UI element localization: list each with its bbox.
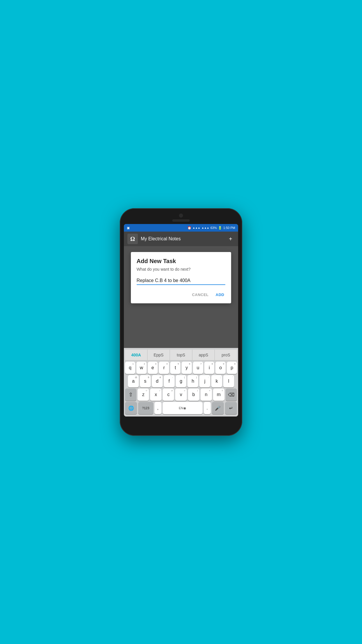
time-display: 1:50 PM [223,226,235,230]
keyboard-row-2: @a $s &d -f (g )h :j ;k 'l [125,375,237,387]
app-bar: Ω My Electrical Notes + [124,232,238,246]
key-t[interactable]: 5t [170,362,180,374]
phone-device: ▣ ⏰ ▲▲▲ ▲▲▲ 63% 🔋 1:50 PM Ω My Electrica… [120,208,242,436]
shift-key[interactable]: ⇧ [125,388,136,401]
autocomplete-item-2[interactable]: topS [170,350,192,360]
keyboard-row-4: 🌐 ?123 , EN◉ . 🎤 ↵ [125,402,237,414]
key-v[interactable]: =v [175,388,187,401]
alarm-icon: ⏰ [187,226,191,230]
key-g[interactable]: (g [176,375,187,387]
key-c[interactable]: #c [163,388,174,401]
keyboard: 400A EppS topS appS proS 1q 2w 3e 4r 5t … [124,348,238,416]
key-i[interactable]: 8i [204,362,215,374]
key-d[interactable]: &d [152,375,163,387]
status-left-icons: ▣ [127,226,130,230]
enter-key[interactable]: ↵ [225,402,237,414]
key-q[interactable]: 1q [125,362,135,374]
add-note-button[interactable]: + [226,235,235,243]
status-right-icons: ⏰ ▲▲▲ ▲▲▲ 63% 🔋 1:50 PM [187,226,235,230]
key-y[interactable]: 6y [182,362,192,374]
signal2-icon: ▲▲▲ [201,226,209,229]
key-h[interactable]: )h [187,375,198,387]
comma-key[interactable]: , [154,402,161,414]
period-key[interactable]: . [204,402,211,414]
battery-percent: 63% [210,226,217,230]
dialog-title: Add New Task [137,258,226,265]
emoji-key[interactable]: 🌐 [125,402,137,414]
app-title: My Electrical Notes [141,236,224,242]
key-b[interactable]: /b [188,388,199,401]
key-e[interactable]: 3e [148,362,158,374]
autocomplete-item-1[interactable]: EppS [147,350,170,360]
key-u[interactable]: 7u [193,362,203,374]
battery-icon: 🔋 [218,226,222,230]
dialog-subtitle: What do you want to do next? [137,267,226,272]
space-key[interactable]: EN◉ [163,402,203,414]
signal1-icon: ▲▲▲ [193,226,201,229]
key-r[interactable]: 4r [159,362,169,374]
autocomplete-item-0[interactable]: 400A [125,350,147,360]
autocomplete-item-3[interactable]: appS [192,350,215,360]
phone-camera [179,214,183,218]
key-w[interactable]: 2w [136,362,147,374]
status-bar: ▣ ⏰ ▲▲▲ ▲▲▲ 63% 🔋 1:50 PM [124,224,238,232]
key-p[interactable]: 0p [227,362,237,374]
keyboard-row-3: ⇧ ☺z !x #c =v /b +n ?m ⌫ [125,388,237,401]
mic-key[interactable]: 🎤 [212,402,224,414]
key-s[interactable]: $s [140,375,151,387]
backspace-key[interactable]: ⌫ [226,388,237,401]
main-content: Add New Task What do you want to do next… [124,246,238,348]
key-a[interactable]: @a [128,375,139,387]
key-k[interactable]: ;k [211,375,222,387]
dialog-overlay: Add New Task What do you want to do next… [124,246,238,348]
autocomplete-item-4[interactable]: proS [215,350,237,360]
cancel-button[interactable]: CANCEL [191,291,210,299]
add-task-dialog: Add New Task What do you want to do next… [131,252,231,303]
app-logo: Ω [127,234,138,244]
key-j[interactable]: :j [199,375,210,387]
add-button[interactable]: ADD [215,291,226,299]
key-x[interactable]: !x [150,388,161,401]
key-l[interactable]: 'l [223,375,234,387]
window-icon: ▣ [127,226,130,230]
key-n[interactable]: +n [201,388,212,401]
keyboard-row-1: 1q 2w 3e 4r 5t 6y 7u 8i 9o 0p [125,362,237,374]
sym-key[interactable]: ?123 [138,402,153,414]
key-o[interactable]: 9o [215,362,226,374]
phone-screen: ▣ ⏰ ▲▲▲ ▲▲▲ 63% 🔋 1:50 PM Ω My Electrica… [124,224,238,416]
phone-speaker [172,219,190,222]
autocomplete-row: 400A EppS topS appS proS [125,350,237,360]
key-z[interactable]: ☺z [138,388,149,401]
task-input[interactable] [137,277,226,285]
dialog-actions: CANCEL ADD [137,291,226,300]
key-m[interactable]: ?m [213,388,224,401]
key-f[interactable]: -f [164,375,175,387]
